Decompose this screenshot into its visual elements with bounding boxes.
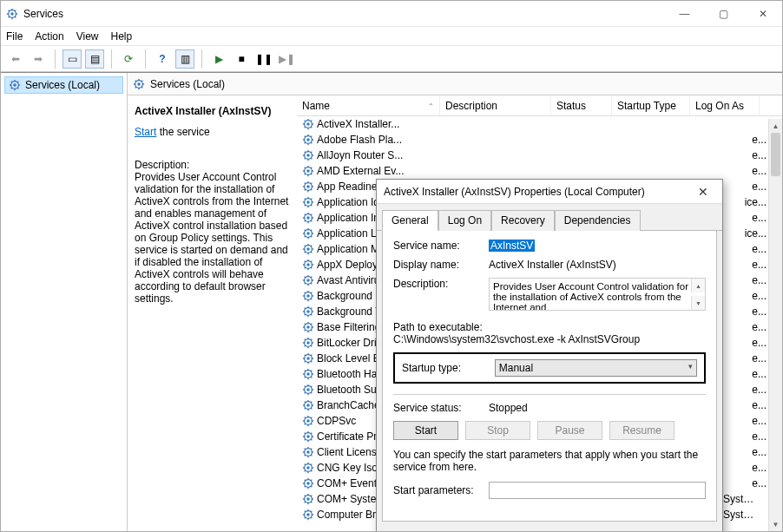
tab-recovery[interactable]: Recovery xyxy=(491,210,555,231)
table-row[interactable]: Adobe Flash Pla...e... xyxy=(297,132,782,148)
start-parameters-input[interactable] xyxy=(489,482,706,499)
start-service-link[interactable]: Start xyxy=(135,126,156,138)
dialog-description-box: Provides User Account Control validation… xyxy=(489,278,706,311)
start-service-link-row: Start the service xyxy=(135,126,290,138)
display-name-label: Display name: xyxy=(393,259,489,271)
start-parameters-label: Start parameters: xyxy=(393,484,489,496)
desc-scroll-down-icon[interactable]: ▼ xyxy=(691,296,705,310)
col-description[interactable]: Description xyxy=(440,96,551,115)
menu-file[interactable]: File xyxy=(6,30,23,43)
col-status[interactable]: Status xyxy=(551,96,612,115)
table-row[interactable]: ActiveX Installer... xyxy=(297,116,782,132)
tree-item-services-local[interactable]: Services (Local) xyxy=(4,76,123,94)
chevron-down-icon: ▾ xyxy=(688,362,693,374)
vertical-scrollbar[interactable]: ▲ ▼ xyxy=(768,119,782,531)
gear-icon xyxy=(302,399,314,411)
gear-icon xyxy=(302,165,314,177)
forward-button[interactable]: ➡ xyxy=(29,49,48,69)
gear-icon xyxy=(302,212,314,224)
desc-scroll-up-icon[interactable]: ▲ xyxy=(691,279,705,292)
service-name: AllJoyn Router S... xyxy=(317,149,403,161)
window-title: Services xyxy=(23,8,63,20)
service-name: ActiveX Installer... xyxy=(317,118,399,130)
tab-logon[interactable]: Log On xyxy=(438,210,491,231)
gear-icon xyxy=(302,181,314,193)
minimize-button[interactable]: — xyxy=(665,1,704,26)
startup-type-label: Startup type: xyxy=(402,362,495,374)
detail-pane: ActiveX Installer (AxInstSV) Start the s… xyxy=(128,96,297,531)
help-button[interactable]: ? xyxy=(153,49,172,69)
gear-icon xyxy=(302,384,314,396)
resume-button[interactable]: Resume xyxy=(609,421,674,440)
gear-icon xyxy=(302,368,314,380)
gear-icon xyxy=(302,118,314,130)
show-hide-tree-button[interactable]: ▭ xyxy=(63,49,82,69)
startup-type-select[interactable]: Manual▾ xyxy=(495,359,697,377)
service-status-value: Stopped xyxy=(489,402,706,414)
description-text: Provides User Account Control validation… xyxy=(135,171,290,305)
menubar: File Action View Help xyxy=(1,27,782,46)
gear-icon xyxy=(302,430,314,443)
table-row[interactable]: AMD External Ev...e... xyxy=(297,163,782,179)
tab-general[interactable]: General xyxy=(382,210,438,231)
stop-button[interactable]: Stop xyxy=(465,421,530,440)
export-list-button[interactable]: ⟳ xyxy=(119,49,138,69)
col-logon-as[interactable]: Log On As xyxy=(690,96,760,115)
scroll-up-icon[interactable]: ▲ xyxy=(769,119,782,133)
scroll-thumb[interactable] xyxy=(771,133,780,176)
back-button[interactable]: ⬅ xyxy=(6,49,25,69)
app-icon xyxy=(6,8,18,20)
menu-action[interactable]: Action xyxy=(35,30,63,43)
col-startup-type[interactable]: Startup Type xyxy=(612,96,690,115)
path-label: Path to executable: xyxy=(393,321,706,333)
dialog-close-button[interactable]: ✕ xyxy=(691,185,715,199)
menu-view[interactable]: View xyxy=(76,30,99,43)
console-tree: Services (Local) xyxy=(1,73,128,531)
dialog-body: Service name: AxInstSV Display name: Act… xyxy=(382,231,717,522)
gear-icon xyxy=(302,446,314,458)
tab-dependencies[interactable]: Dependencies xyxy=(555,210,641,231)
gear-icon xyxy=(302,305,314,318)
menu-help[interactable]: Help xyxy=(111,30,133,43)
stop-service-button[interactable]: ■ xyxy=(232,49,251,69)
start-service-button[interactable]: ▶ xyxy=(209,49,228,69)
gear-icon xyxy=(302,493,314,505)
gear-icon xyxy=(133,78,145,90)
service-name: BranchCache xyxy=(317,399,380,411)
service-name: Avast Antivirus xyxy=(317,274,385,286)
service-name: CDPSvc xyxy=(317,415,356,427)
dialog-titlebar: ActiveX Installer (AxInstSV) Properties … xyxy=(377,180,722,204)
startup-type-group: Startup type: Manual▾ xyxy=(393,352,706,384)
start-parameters-note: You can specify the start parameters tha… xyxy=(393,449,706,473)
services-window: Services — ▢ ✕ File Action View Help ⬅ ➡… xyxy=(0,0,783,532)
gear-icon xyxy=(302,134,314,146)
dialog-footer: OK Cancel Apply xyxy=(377,527,722,531)
gear-icon xyxy=(9,79,21,91)
dialog-description-label: Description: xyxy=(393,278,489,290)
scroll-down-icon[interactable]: ▼ xyxy=(769,517,782,531)
dialog-title: ActiveX Installer (AxInstSV) Properties … xyxy=(384,186,645,198)
restart-service-button[interactable]: ▶❚ xyxy=(277,49,296,69)
table-row[interactable]: AllJoyn Router S...e... xyxy=(297,148,782,163)
gear-icon xyxy=(302,259,314,271)
detail-view-button[interactable]: ▥ xyxy=(175,49,194,69)
selected-service-title: ActiveX Installer (AxInstSV) xyxy=(135,105,290,117)
path-value: C:\Windows\system32\svchost.exe -k AxIns… xyxy=(393,333,706,345)
col-name[interactable]: Name⌃ xyxy=(297,96,440,115)
properties-button[interactable]: ▤ xyxy=(85,49,104,69)
service-name-value[interactable]: AxInstSV xyxy=(489,240,535,252)
gear-icon xyxy=(302,477,314,489)
tree-item-label: Services (Local) xyxy=(25,79,100,91)
pause-button[interactable]: Pause xyxy=(537,421,602,440)
close-button[interactable]: ✕ xyxy=(743,1,782,26)
gear-icon xyxy=(302,227,314,240)
start-button[interactable]: Start xyxy=(393,421,458,440)
gear-icon xyxy=(302,290,314,302)
gear-icon xyxy=(302,462,314,474)
pause-service-button[interactable]: ❚❚ xyxy=(254,49,273,69)
toolbar: ⬅ ➡ ▭ ▤ ⟳ ? ▥ ▶ ■ ❚❚ ▶❚ xyxy=(1,46,782,72)
maximize-button[interactable]: ▢ xyxy=(704,1,743,26)
window-titlebar: Services — ▢ ✕ xyxy=(1,1,782,27)
main-header: Services (Local) xyxy=(128,73,782,95)
gear-icon xyxy=(302,509,314,521)
